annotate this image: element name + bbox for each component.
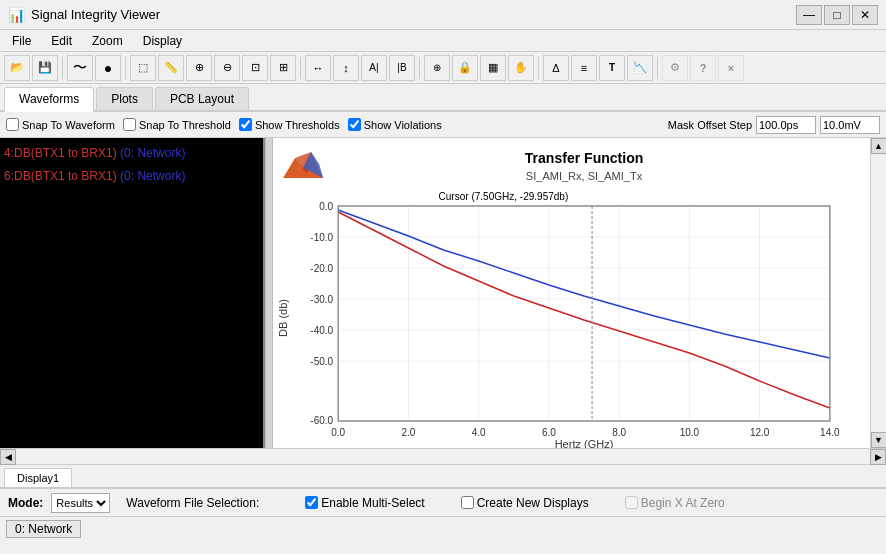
mask-offset-time-input[interactable] [756, 116, 816, 134]
show-thresholds-input[interactable] [239, 118, 252, 131]
create-new-displays-input[interactable] [461, 496, 474, 509]
svg-text:8.0: 8.0 [612, 427, 626, 438]
create-new-displays-check[interactable]: Create New Displays [461, 496, 589, 510]
svg-text:2.0: 2.0 [401, 427, 415, 438]
main-row: 4:DB(BTX1 to BRX1) (0: Network) 6:DB(BTX… [0, 138, 886, 448]
tb-zoom-fit[interactable]: ⊡ [242, 55, 268, 81]
tb-pan[interactable]: ✋ [508, 55, 534, 81]
scroll-right-button[interactable]: ▶ [870, 449, 886, 465]
show-violations-label: Show Violations [364, 119, 442, 131]
waveform-6-channel: 6:DB(BTX1 to BRX1) [4, 169, 117, 183]
display-tab-1[interactable]: Display1 [4, 468, 72, 487]
tb-open[interactable]: 📂 [4, 55, 30, 81]
tb-save[interactable]: 💾 [32, 55, 58, 81]
mode-select[interactable]: Results [51, 493, 110, 513]
tb-cursor-a[interactable]: A| [361, 55, 387, 81]
options-bar: Snap To Waveform Snap To Threshold Show … [0, 112, 886, 138]
svg-text:-40.0: -40.0 [310, 325, 333, 336]
create-new-displays-label: Create New Displays [477, 496, 589, 510]
y-axis-label: DB (db) [277, 299, 289, 337]
toolbar-separator-4 [419, 57, 420, 79]
tab-plots[interactable]: Plots [96, 87, 153, 110]
enable-multiselect-input[interactable] [305, 496, 318, 509]
tb-measure[interactable]: 📏 [158, 55, 184, 81]
tb-chart[interactable]: 📉 [627, 55, 653, 81]
show-thresholds-check[interactable]: Show Thresholds [239, 118, 340, 131]
tb-cursor-b[interactable]: |B [389, 55, 415, 81]
horizontal-scroll-area: ◀ ▶ [0, 448, 886, 464]
menu-file[interactable]: File [4, 32, 39, 50]
menu-zoom[interactable]: Zoom [84, 32, 131, 50]
tb-help[interactable]: ? [690, 55, 716, 81]
snap-to-threshold-label: Snap To Threshold [139, 119, 231, 131]
right-scrollbar: ▲ ▼ [870, 138, 886, 448]
enable-multiselect-check[interactable]: Enable Multi-Select [305, 496, 424, 510]
toolbar-separator-1 [62, 57, 63, 79]
tb-grid[interactable]: ▦ [480, 55, 506, 81]
status-bar: 0: Network [0, 516, 886, 540]
waveform-4-channel: 4:DB(BTX1 to BRX1) [4, 146, 117, 160]
tb-flip-v[interactable]: ↕ [333, 55, 359, 81]
tb-track[interactable]: ⊕ [424, 55, 450, 81]
tb-delta[interactable]: Δ [543, 55, 569, 81]
svg-text:-20.0: -20.0 [310, 263, 333, 274]
scroll-down-button[interactable]: ▼ [871, 432, 887, 448]
svg-text:12.0: 12.0 [750, 427, 770, 438]
tb-circle[interactable]: ● [95, 55, 121, 81]
titlebar-controls: — □ ✕ [796, 5, 878, 25]
tb-extra[interactable]: × [718, 55, 744, 81]
tb-zoom-rect[interactable]: ⬚ [130, 55, 156, 81]
tab-waveforms[interactable]: Waveforms [4, 87, 94, 112]
tb-zoom-full[interactable]: ⊞ [270, 55, 296, 81]
snap-to-waveform-check[interactable]: Snap To Waveform [6, 118, 115, 131]
begin-x-at-zero-label: Begin X At Zero [641, 496, 725, 510]
svg-text:-10.0: -10.0 [310, 232, 333, 243]
maximize-button[interactable]: □ [824, 5, 850, 25]
tb-lock[interactable]: 🔒 [452, 55, 478, 81]
waveform-item-4[interactable]: 4:DB(BTX1 to BRX1) (0: Network) [4, 142, 259, 165]
snap-to-waveform-input[interactable] [6, 118, 19, 131]
scroll-up-button[interactable]: ▲ [871, 138, 887, 154]
svg-text:-50.0: -50.0 [310, 356, 333, 367]
tb-flip-h[interactable]: ↔ [305, 55, 331, 81]
waveform-item-6[interactable]: 6:DB(BTX1 to BRX1) (0: Network) [4, 165, 259, 188]
close-button[interactable]: ✕ [852, 5, 878, 25]
title-bar: 📊 Signal Integrity Viewer — □ ✕ [0, 0, 886, 30]
chart-svg: Transfer Function SI_AMI_Rx, SI_AMI_Tx C… [273, 138, 870, 448]
app-title: Signal Integrity Viewer [31, 7, 160, 22]
snap-to-threshold-check[interactable]: Snap To Threshold [123, 118, 231, 131]
waveform-6-label: (0: Network) [120, 169, 185, 183]
toolbar-separator-2 [125, 57, 126, 79]
show-violations-input[interactable] [348, 118, 361, 131]
tab-pcb-layout[interactable]: PCB Layout [155, 87, 249, 110]
tb-zoom-out[interactable]: ⊖ [214, 55, 240, 81]
tb-label[interactable]: T [599, 55, 625, 81]
app-icon: 📊 [8, 7, 25, 23]
menu-edit[interactable]: Edit [43, 32, 80, 50]
show-thresholds-label: Show Thresholds [255, 119, 340, 131]
mask-offset-group: Mask Offset Step [668, 116, 880, 134]
mask-offset-voltage-input[interactable] [820, 116, 880, 134]
svg-text:4.0: 4.0 [472, 427, 486, 438]
begin-x-at-zero-input[interactable] [625, 496, 638, 509]
chart-area: Transfer Function SI_AMI_Rx, SI_AMI_Tx C… [273, 138, 870, 448]
tb-stats[interactable]: ≡ [571, 55, 597, 81]
svg-text:-30.0: -30.0 [310, 294, 333, 305]
titlebar-left: 📊 Signal Integrity Viewer [8, 7, 160, 23]
show-violations-check[interactable]: Show Violations [348, 118, 442, 131]
minimize-button[interactable]: — [796, 5, 822, 25]
svg-text:14.0: 14.0 [820, 427, 840, 438]
tb-settings[interactable]: ⚙ [662, 55, 688, 81]
menu-bar: File Edit Zoom Display [0, 30, 886, 52]
scroll-left-button[interactable]: ◀ [0, 449, 16, 465]
toolbar-separator-3 [300, 57, 301, 79]
vertical-splitter[interactable] [265, 138, 273, 448]
snap-to-threshold-input[interactable] [123, 118, 136, 131]
matlab-logo [283, 152, 323, 178]
menu-display[interactable]: Display [135, 32, 190, 50]
begin-x-at-zero-check[interactable]: Begin X At Zero [625, 496, 725, 510]
tb-waveform[interactable]: 〜 [67, 55, 93, 81]
mask-offset-label: Mask Offset Step [668, 119, 752, 131]
tb-zoom-in[interactable]: ⊕ [186, 55, 212, 81]
svg-text:0.0: 0.0 [319, 201, 333, 212]
